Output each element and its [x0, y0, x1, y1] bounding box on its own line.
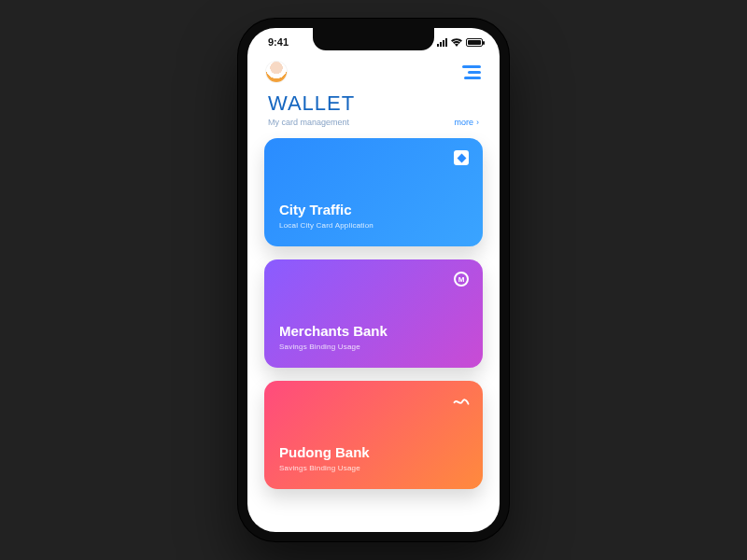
card-subtitle: Savings Binding Usage — [279, 464, 468, 472]
card-list: City Traffic Local City Card Application… — [247, 129, 500, 489]
card-title: Merchants Bank — [279, 323, 468, 339]
card-subtitle: Savings Binding Usage — [279, 343, 468, 351]
top-bar — [247, 56, 500, 86]
notch — [313, 28, 434, 50]
status-indicators — [437, 38, 483, 47]
screen: 9:41 WALLET My card management more — [247, 28, 500, 532]
card-title: City Traffic — [279, 202, 468, 217]
avatar[interactable] — [266, 62, 287, 82]
header: WALLET My card management more › — [247, 86, 500, 129]
wallet-card[interactable]: M Merchants Bank Savings Binding Usage — [264, 259, 483, 368]
signal-icon — [437, 38, 447, 47]
wallet-card[interactable]: City Traffic Local City Card Application — [264, 138, 483, 246]
wallet-card[interactable]: Pudong Bank Savings Binding Usage — [264, 381, 483, 489]
wave-icon — [453, 392, 470, 409]
status-time: 9:41 — [268, 36, 289, 48]
page-title: WALLET — [268, 91, 479, 116]
phone-mockup: 9:41 WALLET My card management more — [238, 19, 509, 541]
card-title: Pudong Bank — [279, 444, 468, 460]
battery-icon — [466, 38, 483, 47]
wifi-icon — [451, 38, 462, 47]
more-label: more — [454, 118, 473, 127]
more-link[interactable]: more › — [454, 118, 479, 127]
square-icon — [453, 149, 470, 166]
ring-m-icon: M — [453, 271, 470, 287]
card-subtitle: Local City Card Application — [279, 221, 468, 230]
menu-button[interactable] — [462, 65, 481, 79]
page-subtitle: My card management — [268, 118, 349, 127]
chevron-right-icon: › — [476, 118, 479, 127]
